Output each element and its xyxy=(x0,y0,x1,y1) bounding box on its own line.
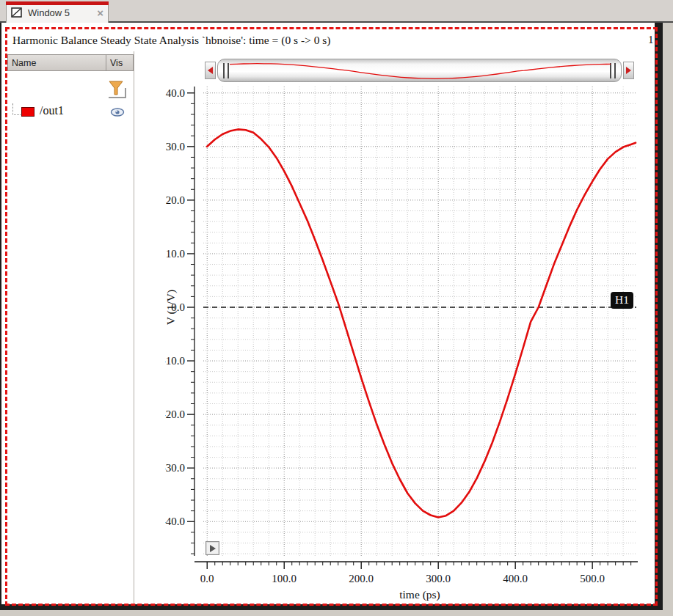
svg-text:40.0: 40.0 xyxy=(166,87,185,99)
svg-text:300.0: 300.0 xyxy=(426,573,451,584)
visibility-toggle[interactable] xyxy=(110,107,125,118)
svg-text:-30.0: -30.0 xyxy=(165,462,185,474)
svg-text:30.0: 30.0 xyxy=(166,141,185,153)
play-button[interactable] xyxy=(205,541,219,555)
svg-text:-10.0: -10.0 xyxy=(165,355,185,367)
svg-text:200.0: 200.0 xyxy=(349,573,374,584)
preview-trace xyxy=(230,64,611,79)
harmonic-marker-h1[interactable]: H1 xyxy=(611,292,633,309)
panel-separator[interactable] xyxy=(134,51,134,605)
waveform-plot[interactable]: 40.030.020.010.00.0-10.0-20.0-30.0-40.0V… xyxy=(165,82,646,607)
thumb-grip-right[interactable] xyxy=(610,63,616,78)
preview-scrollbar xyxy=(205,58,634,83)
trace-color-swatch[interactable] xyxy=(21,107,34,117)
tree-branch-line xyxy=(12,103,21,115)
svg-text:-20.0: -20.0 xyxy=(165,408,185,420)
window-icon xyxy=(11,7,23,18)
scroll-left-button[interactable] xyxy=(205,62,216,79)
svg-text:V (1/V): V (1/V) xyxy=(165,290,178,325)
filter-funnel-icon xyxy=(107,79,128,100)
scrollbar-thumb[interactable] xyxy=(217,59,622,82)
column-header-name[interactable]: Name xyxy=(8,58,36,68)
column-header-vis[interactable]: Vis xyxy=(106,55,134,70)
thumb-grip-left[interactable] xyxy=(223,63,229,78)
svg-text:20.0: 20.0 xyxy=(166,194,185,206)
tab-bar: Window 5 × xyxy=(0,0,673,23)
arrow-left-icon xyxy=(208,67,213,74)
svg-text:-40.0: -40.0 xyxy=(165,516,185,527)
svg-text:400.0: 400.0 xyxy=(503,573,528,584)
eye-icon xyxy=(110,107,125,118)
tab-label: Window 5 xyxy=(28,7,70,18)
trace-name[interactable]: /out1 xyxy=(40,104,64,117)
analysis-title: Harmonic Balance Steady State Analysis `… xyxy=(12,34,331,47)
svg-text:time (ps): time (ps) xyxy=(399,588,440,601)
play-icon xyxy=(210,545,216,552)
svg-text:0.0: 0.0 xyxy=(200,573,214,584)
filter-button[interactable] xyxy=(107,79,128,100)
strip-number: 1 xyxy=(648,34,654,46)
active-tab-accent xyxy=(6,1,109,5)
out1-trace xyxy=(207,129,636,517)
scroll-right-button[interactable] xyxy=(623,62,634,79)
svg-text:10.0: 10.0 xyxy=(166,248,185,260)
tab-window-5[interactable]: Window 5 × xyxy=(6,1,109,23)
tree-panel-header: Name Vis xyxy=(7,54,134,71)
svg-text:500.0: 500.0 xyxy=(580,573,605,584)
svg-text:100.0: 100.0 xyxy=(272,573,297,584)
preview-waveform xyxy=(230,61,611,82)
arrow-right-icon xyxy=(626,67,631,74)
close-icon[interactable]: × xyxy=(97,7,103,18)
